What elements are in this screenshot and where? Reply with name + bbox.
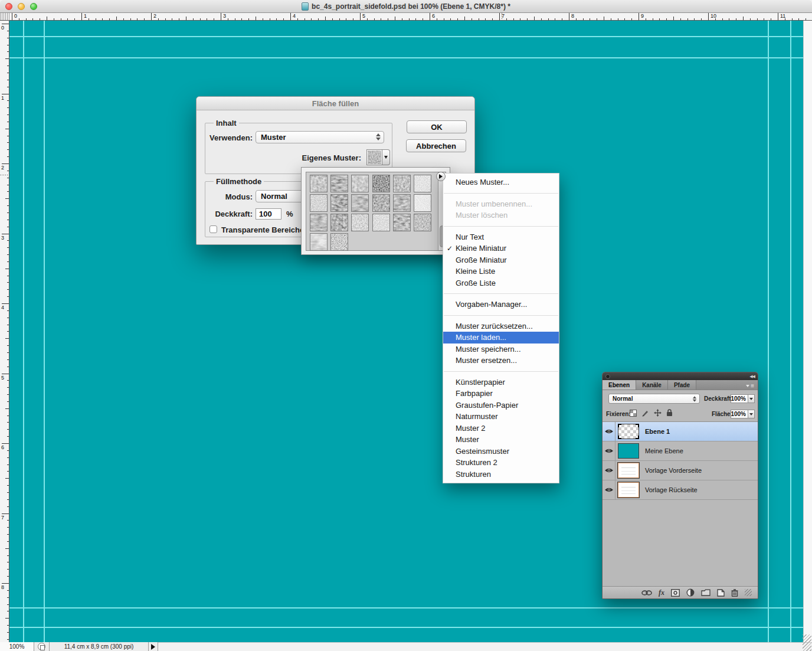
layer-row[interactable]: Meine Ebene (603, 441, 758, 461)
layer-name[interactable]: Vorlage Vorderseite (645, 467, 702, 474)
menu-item[interactable]: Strukturen (443, 469, 559, 480)
menu-item[interactable]: Naturmuster (443, 411, 559, 423)
menu-item[interactable]: ✓Kleine Miniatur (443, 243, 559, 254)
pattern-swatch[interactable] (393, 194, 411, 212)
guide[interactable] (768, 21, 769, 642)
lock-transparency-icon[interactable] (630, 410, 637, 417)
vertical-scrollbar-track[interactable] (803, 21, 812, 642)
pattern-swatch[interactable] (372, 214, 390, 231)
close-button[interactable] (5, 3, 12, 10)
add-layer-mask-icon[interactable] (671, 589, 680, 597)
pattern-swatch[interactable] (351, 194, 369, 212)
menu-item[interactable]: Vorgaben-Manager... (443, 299, 559, 310)
window-titlebar[interactable]: bc_4s_portrait_sidefold.psd bei 100% (Eb… (0, 0, 812, 13)
new-layer-icon[interactable] (717, 589, 725, 597)
layer-name[interactable]: Meine Ebene (645, 447, 683, 454)
menu-item[interactable]: Farbpapier (443, 388, 559, 400)
guide[interactable] (23, 21, 24, 642)
window-resize-grip[interactable] (803, 634, 811, 651)
guide[interactable] (9, 57, 803, 58)
panel-resize-grip[interactable] (745, 589, 752, 596)
panel-close-icon[interactable] (605, 374, 610, 379)
layer-thumbnail[interactable] (615, 443, 641, 459)
horizontal-ruler[interactable]: 01234567891011 (9, 13, 812, 21)
menu-item[interactable]: Gesteinsmuster (443, 446, 559, 457)
minimize-button[interactable] (18, 3, 25, 10)
pattern-swatch[interactable] (372, 175, 390, 192)
adjustment-layer-icon[interactable] (686, 588, 695, 597)
pattern-swatch[interactable] (310, 214, 328, 231)
cancel-button[interactable]: Abbrechen (406, 139, 466, 152)
link-layers-icon[interactable] (641, 590, 652, 596)
visibility-eye-icon[interactable] (603, 480, 615, 500)
lock-pixels-icon[interactable] (641, 409, 649, 417)
guide[interactable] (790, 21, 791, 642)
guide[interactable] (9, 607, 803, 609)
custom-pattern-swatch[interactable] (366, 149, 390, 165)
opacity-input[interactable]: 100 (256, 208, 281, 220)
panel-fill-value[interactable]: 100% (731, 410, 748, 418)
pattern-swatch[interactable] (310, 175, 328, 192)
pattern-swatch[interactable] (393, 175, 411, 192)
menu-item[interactable]: Nur Text (443, 231, 559, 243)
lock-position-icon[interactable] (654, 409, 662, 417)
panel-menu-icon[interactable]: ≡ (746, 382, 754, 389)
pattern-swatch[interactable] (351, 214, 369, 231)
panel-drag-bar[interactable]: ◀◀ (603, 372, 758, 380)
collapse-panel-icon[interactable]: ◀◀ (749, 374, 755, 379)
fill-dropdown-arrow[interactable] (748, 410, 755, 418)
visibility-eye-icon[interactable] (603, 461, 615, 480)
menu-item[interactable]: Muster zurücksetzen... (443, 320, 559, 332)
blend-mode-dropdown[interactable]: Normal (608, 394, 700, 404)
dialog-title[interactable]: Fläche füllen (197, 97, 474, 110)
menu-item[interactable]: Muster laden... (443, 332, 559, 344)
panel-opacity-value[interactable]: 100% (731, 394, 748, 403)
menu-item[interactable]: Muster (443, 434, 559, 446)
layer-thumbnail[interactable] (615, 482, 641, 498)
new-group-icon[interactable] (701, 589, 711, 596)
layer-name[interactable]: Ebene 1 (645, 428, 670, 435)
zoom-level-field[interactable]: 100% (0, 642, 34, 651)
visibility-eye-icon[interactable] (603, 422, 615, 441)
layer-row[interactable]: Vorlage Rückseite (603, 480, 758, 500)
guide[interactable] (9, 36, 803, 37)
menu-item[interactable]: Große Miniatur (443, 254, 559, 266)
lock-all-icon[interactable] (666, 409, 673, 417)
pattern-swatch[interactable] (330, 194, 348, 212)
tab-ebenen[interactable]: Ebenen (603, 380, 636, 390)
use-dropdown[interactable]: Muster (256, 131, 384, 143)
opacity-dropdown-arrow[interactable] (748, 394, 755, 403)
delete-layer-icon[interactable] (731, 589, 738, 597)
status-popup-button[interactable] (149, 642, 158, 651)
menu-item[interactable]: Muster ersetzen... (443, 355, 559, 367)
menu-item[interactable]: Graustufen-Papier (443, 400, 559, 411)
guide[interactable] (44, 21, 45, 642)
pattern-swatch[interactable] (393, 214, 411, 231)
layer-name[interactable]: Vorlage Rückseite (645, 486, 698, 493)
pattern-swatch[interactable] (310, 194, 328, 212)
pattern-swatch[interactable] (414, 175, 431, 192)
doc-profile-button[interactable] (34, 642, 50, 651)
layer-thumbnail[interactable] (615, 424, 641, 439)
zoom-button[interactable] (30, 3, 37, 10)
menu-item[interactable]: Neues Muster... (443, 176, 559, 188)
guide[interactable] (9, 627, 803, 628)
pattern-swatch[interactable] (330, 233, 348, 251)
layer-style-icon[interactable]: fx (659, 588, 664, 597)
vertical-ruler[interactable]: 012345678 (0, 21, 9, 642)
pattern-swatch[interactable] (310, 233, 328, 251)
pattern-swatch[interactable] (330, 214, 348, 231)
pattern-dropdown-arrow[interactable] (382, 149, 390, 165)
ruler-origin-box[interactable] (0, 13, 9, 21)
menu-item[interactable]: Künstlerpapier (443, 377, 559, 388)
pattern-flyout-button[interactable] (436, 172, 446, 181)
menu-item[interactable]: Große Liste (443, 277, 559, 289)
menu-item[interactable]: Strukturen 2 (443, 457, 559, 469)
layer-row[interactable]: Vorlage Vorderseite (603, 461, 758, 480)
pattern-swatch[interactable] (414, 194, 431, 212)
pattern-swatch[interactable] (351, 175, 369, 192)
pattern-swatch[interactable] (372, 194, 390, 212)
layer-row[interactable]: Ebene 1 (603, 422, 758, 441)
menu-item[interactable]: Kleine Liste (443, 266, 559, 277)
menu-item[interactable]: Muster speichern... (443, 344, 559, 355)
